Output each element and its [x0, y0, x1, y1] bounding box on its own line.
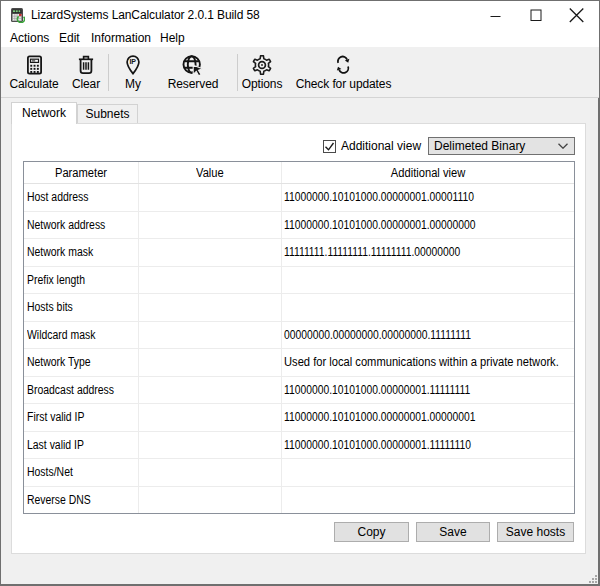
svg-text:IP: IP — [129, 58, 136, 65]
